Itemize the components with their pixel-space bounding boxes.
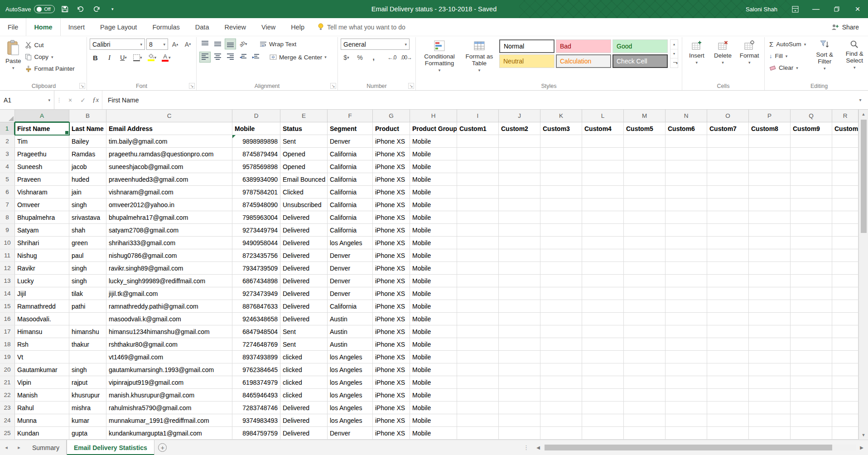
cell-I25[interactable] — [457, 427, 499, 440]
cell-O22[interactable] — [707, 389, 749, 402]
cell-B13[interactable]: singh — [69, 275, 106, 287]
cell-R22[interactable] — [832, 389, 858, 402]
cell-A18[interactable]: Rsh — [15, 338, 69, 351]
cell-R13[interactable] — [832, 275, 858, 287]
cell-P2[interactable] — [749, 135, 791, 148]
cell-R1[interactable]: Custom10 — [832, 122, 858, 135]
cell-G24[interactable]: iPhone XS — [373, 414, 410, 427]
cell-K11[interactable] — [540, 249, 582, 262]
cell-L5[interactable] — [582, 173, 624, 186]
cell-M9[interactable] — [624, 224, 665, 237]
cell-C3[interactable]: prageethu.ramdas@questionpro.com — [106, 148, 232, 160]
cell-H17[interactable]: Mobile — [410, 325, 457, 338]
cell-R7[interactable] — [832, 198, 858, 211]
cell-M3[interactable] — [624, 148, 665, 160]
cell-H6[interactable]: Mobile — [410, 186, 457, 198]
row-header-11[interactable]: 11 — [0, 249, 15, 262]
scroll-down-icon[interactable]: ▼ — [859, 431, 868, 440]
cell-C4[interactable]: suneeshjacob@gmail.com — [106, 160, 232, 173]
gallery-scroll-up-icon[interactable]: ▴ — [670, 40, 678, 49]
cell-F1[interactable]: Segment — [328, 122, 373, 135]
expand-formula-bar-button[interactable]: ▾ — [853, 91, 868, 109]
cell-O20[interactable] — [707, 363, 749, 376]
cell-C23[interactable]: rahulmishra5790@gmail.com — [106, 402, 232, 414]
cell-Q23[interactable] — [791, 402, 832, 414]
bold-button[interactable]: B — [90, 52, 101, 63]
cell-K12[interactable] — [540, 262, 582, 275]
cell-C24[interactable]: munnakumar_1991@rediffmail.com — [106, 414, 232, 427]
ribbon-tab-insert[interactable]: Insert — [61, 18, 92, 36]
cell-I2[interactable] — [457, 135, 499, 148]
cell-J1[interactable]: Custom2 — [499, 122, 540, 135]
save-button[interactable] — [59, 3, 71, 15]
cell-G6[interactable]: iPhone XS — [373, 186, 410, 198]
cell-A2[interactable]: Tim — [15, 135, 69, 148]
cell-Q8[interactable] — [791, 211, 832, 224]
ribbon-display-options-button[interactable] — [785, 0, 805, 18]
cell-K16[interactable] — [540, 313, 582, 325]
cell-P9[interactable] — [749, 224, 791, 237]
cell-N3[interactable] — [665, 148, 707, 160]
restore-button[interactable] — [826, 0, 847, 18]
cell-H3[interactable]: Mobile — [410, 148, 457, 160]
cell-A9[interactable]: Satyam — [15, 224, 69, 237]
cell-D7[interactable]: 8745948090 — [232, 198, 280, 211]
cell-B15[interactable]: pathi — [69, 300, 106, 313]
decrease-decimal-button[interactable]: .00→ — [400, 52, 413, 63]
cell-P3[interactable] — [749, 148, 791, 160]
cell-G23[interactable]: iPhone XS — [373, 402, 410, 414]
clipboard-dialog-launcher[interactable]: ↘ — [79, 83, 85, 89]
cell-K1[interactable]: Custom3 — [540, 122, 582, 135]
cell-L7[interactable] — [582, 198, 624, 211]
row-header-16[interactable]: 16 — [0, 313, 15, 325]
cell-R23[interactable] — [832, 402, 858, 414]
cell-N4[interactable] — [665, 160, 707, 173]
cell-O14[interactable] — [707, 287, 749, 300]
cell-K14[interactable] — [540, 287, 582, 300]
cell-P7[interactable] — [749, 198, 791, 211]
row-header-14[interactable]: 14 — [0, 287, 15, 300]
cell-D5[interactable]: 6389934090 — [232, 173, 280, 186]
cell-I9[interactable] — [457, 224, 499, 237]
cell-H22[interactable]: Mobile — [410, 389, 457, 402]
cell-L10[interactable] — [582, 237, 624, 249]
clear-button[interactable]: Clear ▾ — [767, 62, 808, 73]
cell-Q1[interactable]: Custom9 — [791, 122, 832, 135]
formula-input[interactable]: First Name — [102, 91, 853, 109]
cell-C7[interactable]: omveer2012@yahoo.in — [106, 198, 232, 211]
cell-K13[interactable] — [540, 275, 582, 287]
row-header-1[interactable]: 1 — [0, 122, 15, 135]
cell-J15[interactable] — [499, 300, 540, 313]
cell-Q12[interactable] — [791, 262, 832, 275]
cell-D17[interactable]: 6847948504 — [232, 325, 280, 338]
row-header-23[interactable]: 23 — [0, 402, 15, 414]
cell-B10[interactable]: green — [69, 237, 106, 249]
cell-M2[interactable] — [624, 135, 665, 148]
cell-E4[interactable]: Opened — [280, 160, 328, 173]
row-header-21[interactable]: 21 — [0, 376, 15, 389]
cell-J17[interactable] — [499, 325, 540, 338]
cell-L2[interactable] — [582, 135, 624, 148]
number-dialog-launcher[interactable]: ↘ — [408, 83, 414, 89]
cell-N10[interactable] — [665, 237, 707, 249]
cell-L8[interactable] — [582, 211, 624, 224]
cell-K21[interactable] — [540, 376, 582, 389]
cell-A5[interactable]: Praveen — [15, 173, 69, 186]
cell-M6[interactable] — [624, 186, 665, 198]
cell-D18[interactable]: 7274648769 — [232, 338, 280, 351]
cell-C1[interactable]: Email Address — [106, 122, 232, 135]
autosave-toggle[interactable]: AutoSave Off — [5, 5, 55, 13]
cell-D25[interactable]: 8984759759 — [232, 427, 280, 440]
cell-K6[interactable] — [540, 186, 582, 198]
cell-B9[interactable]: shah — [69, 224, 106, 237]
row-header-15[interactable]: 15 — [0, 300, 15, 313]
cell-Q5[interactable] — [791, 173, 832, 186]
cell-E17[interactable]: Sent — [280, 325, 328, 338]
merge-center-button[interactable]: Merge & Center ▾ — [268, 53, 328, 61]
cell-G4[interactable]: iPhone XS — [373, 160, 410, 173]
cell-B12[interactable]: singh — [69, 262, 106, 275]
cell-G21[interactable]: iPhone XS — [373, 376, 410, 389]
cell-F19[interactable]: los Angeles — [328, 351, 373, 363]
horizontal-scroll-thumb[interactable] — [545, 445, 832, 450]
cell-D4[interactable]: 9578569898 — [232, 160, 280, 173]
